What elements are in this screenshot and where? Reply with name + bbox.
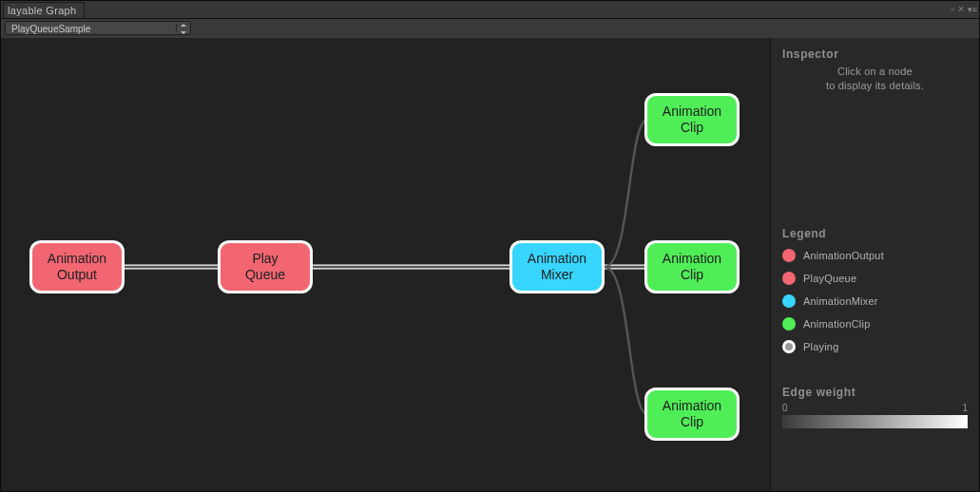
legend-item-animation-output: AnimationOutput bbox=[782, 244, 968, 267]
legend-label: PlayQueue bbox=[803, 273, 856, 284]
toolbar: PlayQueueSample bbox=[1, 19, 979, 39]
inspector-hint-line2: to display its details. bbox=[826, 80, 924, 91]
legend-label: Playing bbox=[803, 341, 838, 352]
playable-graph-window: layable Graph ▫ × ▾≡ PlayQueueSample bbox=[0, 0, 980, 492]
graph-selector-dropdown[interactable]: PlayQueueSample bbox=[5, 21, 191, 35]
legend-label: AnimationOutput bbox=[803, 250, 884, 261]
inspector-hint-line1: Click on a node bbox=[837, 66, 913, 77]
legend-item-play-queue: PlayQueue bbox=[782, 267, 968, 290]
graph-selector-value: PlayQueueSample bbox=[11, 24, 90, 34]
legend-swatch-icon bbox=[782, 317, 796, 331]
window-title-bar: layable Graph ▫ × ▾≡ bbox=[1, 1, 979, 19]
edge-weight-gradient bbox=[782, 415, 968, 428]
graph-canvas[interactable]: Animation Output Play Queue Animation Mi… bbox=[1, 38, 770, 491]
legend-swatch-icon bbox=[782, 294, 796, 308]
edge-weight-legend: Edge weight 0 1 bbox=[782, 386, 968, 428]
legend-title: Legend bbox=[782, 227, 968, 240]
legend-label: AnimationClip bbox=[803, 318, 870, 330]
edge-weight-max: 1 bbox=[962, 403, 968, 413]
node-label: Animation Clip bbox=[663, 251, 721, 284]
legend-item-playing: Playing bbox=[782, 335, 968, 358]
legend: Legend AnimationOutput PlayQueue Animati… bbox=[782, 227, 968, 358]
window-title-text: layable Graph bbox=[8, 5, 76, 16]
legend-label: AnimationMixer bbox=[803, 295, 878, 307]
inspector-panel: Inspector Click on a node to display its… bbox=[770, 38, 979, 491]
legend-swatch-icon bbox=[782, 272, 796, 285]
inspector-hint: Click on a node to display its details. bbox=[782, 65, 968, 94]
node-label: Animation Mixer bbox=[528, 251, 586, 284]
node-animation-clip-2[interactable]: Animation Clip bbox=[644, 240, 740, 293]
node-animation-clip-1[interactable]: Animation Clip bbox=[644, 93, 740, 146]
legend-swatch-icon bbox=[782, 340, 796, 353]
node-label: Animation Clip bbox=[663, 398, 721, 431]
node-play-queue[interactable]: Play Queue bbox=[218, 240, 313, 293]
edge-weight-title: Edge weight bbox=[782, 386, 968, 399]
window-controls: ▫ × ▾≡ bbox=[951, 1, 977, 18]
inspector-title: Inspector bbox=[782, 47, 968, 61]
node-label: Animation Output bbox=[48, 251, 106, 284]
dropdown-divider bbox=[176, 24, 177, 32]
dropdown-arrows-icon bbox=[180, 22, 187, 36]
node-animation-mixer[interactable]: Animation Mixer bbox=[509, 240, 605, 293]
node-animation-output[interactable]: Animation Output bbox=[29, 240, 125, 293]
close-icon[interactable]: × bbox=[958, 1, 964, 18]
edge-weight-min: 0 bbox=[782, 403, 788, 413]
maximize-icon[interactable]: ▫ bbox=[951, 1, 954, 18]
window-title-tab[interactable]: layable Graph bbox=[3, 2, 85, 18]
legend-swatch-icon bbox=[782, 249, 796, 262]
legend-item-animation-clip: AnimationClip bbox=[782, 312, 968, 335]
context-menu-icon[interactable]: ▾≡ bbox=[968, 1, 977, 18]
node-animation-clip-3[interactable]: Animation Clip bbox=[644, 388, 740, 441]
node-label: Animation Clip bbox=[663, 104, 721, 137]
edge-weight-scale-labels: 0 1 bbox=[782, 403, 968, 413]
legend-item-animation-mixer: AnimationMixer bbox=[782, 290, 968, 312]
node-label: Play Queue bbox=[245, 251, 285, 284]
